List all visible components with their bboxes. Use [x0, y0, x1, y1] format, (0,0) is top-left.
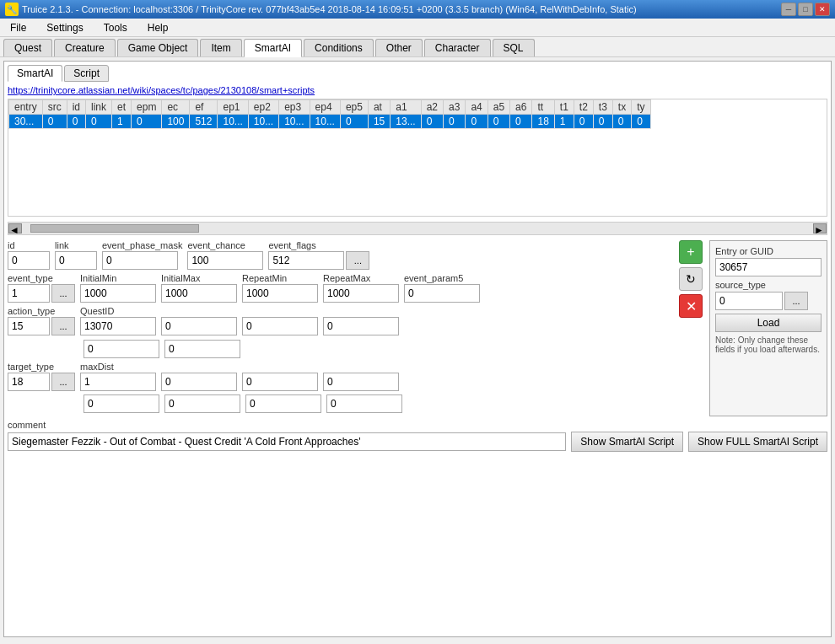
side-panel: Entry or GUID source_type ... Load Note:… — [709, 240, 827, 416]
title-bar-text: Truice 2.1.3. - Connection: localhost:33… — [22, 4, 637, 14]
scroll-right-btn[interactable]: ► — [813, 223, 827, 233]
input-ap2[interactable] — [161, 317, 237, 335]
horizontal-scrollbar[interactable]: ◄ ► — [8, 222, 827, 235]
add-button[interactable]: + — [679, 240, 703, 264]
tab-quest[interactable]: Quest — [3, 39, 52, 56]
title-bar: 🔧 Truice 2.1.3. - Connection: localhost:… — [0, 0, 835, 19]
input-repeat-max[interactable] — [323, 284, 399, 303]
source-type-btn[interactable]: ... — [784, 292, 808, 310]
tab-conditions[interactable]: Conditions — [304, 39, 374, 56]
cell-tx: 0 — [612, 115, 631, 129]
scroll-thumb[interactable] — [30, 224, 199, 233]
cell-ty: 0 — [632, 115, 650, 129]
cell-a2: 0 — [421, 115, 443, 129]
input-source-type[interactable] — [715, 292, 783, 310]
input-entry-or-guid[interactable] — [715, 258, 822, 276]
cell-a5: 0 — [488, 115, 509, 129]
table-row[interactable]: 30... 0 0 0 1 0 100 512 10... 10... 10..… — [9, 115, 651, 129]
menu-help[interactable]: Help — [141, 20, 175, 35]
input-ap5[interactable] — [84, 340, 159, 358]
cell-t2: 0 — [574, 115, 593, 129]
input-quest-id[interactable] — [80, 317, 156, 335]
data-table-container: entry src id link et epm ec ef ep1 ep2 e… — [8, 99, 827, 217]
input-max-dist[interactable] — [80, 373, 156, 391]
col-a1: a1 — [391, 100, 421, 115]
input-t5[interactable] — [84, 394, 159, 413]
cell-link: 0 — [86, 115, 112, 129]
show-full-smartai-button[interactable]: Show FULL SmartAI Script — [688, 432, 827, 452]
wiki-link[interactable]: https://trinitycore.atlassian.net/wiki/s… — [8, 85, 827, 95]
tab-character[interactable]: Character — [424, 39, 491, 56]
input-repeat-min[interactable] — [242, 284, 318, 303]
col-tt: tt — [532, 100, 554, 115]
cell-ep4: 10... — [310, 115, 340, 129]
menu-file[interactable]: File — [3, 20, 33, 35]
tab-other[interactable]: Other — [375, 39, 423, 56]
maximize-button[interactable]: □ — [798, 3, 813, 16]
input-event-chance[interactable] — [187, 251, 263, 270]
event-type-btn[interactable]: ... — [51, 284, 75, 303]
input-t7[interactable] — [245, 394, 321, 413]
cell-ep3: 10... — [279, 115, 310, 129]
input-t6[interactable] — [164, 394, 240, 413]
col-t2: t2 — [574, 100, 593, 115]
cell-t3: 0 — [593, 115, 612, 129]
menu-bar: File Settings Tools Help — [0, 19, 835, 37]
show-smartai-button[interactable]: Show SmartAI Script — [571, 432, 683, 452]
input-event-flags[interactable] — [268, 251, 344, 270]
delete-button[interactable]: ✕ — [679, 294, 703, 318]
form-row-2: event_type ... InitialMin InitialMax Rep… — [8, 273, 703, 303]
close-button[interactable]: ✕ — [815, 3, 830, 16]
col-tx: tx — [612, 100, 631, 115]
input-t8[interactable] — [326, 394, 402, 413]
form-row-3: action_type ... QuestID — [8, 306, 703, 335]
input-initial-max[interactable] — [161, 284, 237, 303]
form-row-4: target_type ... maxDist — [8, 362, 703, 391]
menu-settings[interactable]: Settings — [40, 20, 89, 35]
input-event-type[interactable] — [8, 284, 50, 303]
label-event-chance: event_chance — [187, 240, 263, 250]
col-ep1: ep1 — [218, 100, 248, 115]
scroll-left-btn[interactable]: ◄ — [8, 223, 22, 233]
input-t3[interactable] — [242, 373, 318, 391]
refresh-button[interactable]: ↻ — [679, 267, 703, 291]
tab-smartai[interactable]: SmartAI — [244, 39, 302, 57]
menu-tools[interactable]: Tools — [97, 20, 134, 35]
input-link[interactable] — [55, 251, 97, 270]
comment-input[interactable] — [8, 432, 566, 451]
minimize-button[interactable]: ─ — [781, 3, 796, 16]
form-row-5 — [84, 394, 703, 413]
label-event-type: event_type — [8, 273, 75, 283]
input-action-type[interactable] — [8, 317, 50, 335]
input-event-phase-mask[interactable] — [102, 251, 178, 270]
label-id: id — [8, 240, 50, 250]
input-ap3[interactable] — [242, 317, 318, 335]
action-type-btn[interactable]: ... — [51, 317, 75, 335]
tab-creature[interactable]: Creature — [54, 39, 116, 56]
main-tab-bar: Quest Creature Game Object Item SmartAI … — [0, 37, 835, 57]
cell-entry: 30... — [9, 115, 43, 129]
input-t4[interactable] — [323, 373, 399, 391]
load-button[interactable]: Load — [715, 314, 822, 332]
target-type-btn[interactable]: ... — [51, 373, 75, 391]
input-target-type[interactable] — [8, 373, 50, 391]
inner-tab-script[interactable]: Script — [64, 65, 109, 82]
side-panel-note: Note: Only change these fields if you lo… — [715, 335, 822, 354]
input-t2[interactable] — [161, 373, 237, 391]
tab-sql[interactable]: SQL — [493, 39, 535, 56]
input-ap6[interactable] — [164, 340, 240, 358]
col-a6: a6 — [510, 100, 532, 115]
col-t3: t3 — [593, 100, 612, 115]
col-et: et — [112, 100, 132, 115]
label-action-type: action_type — [8, 306, 75, 316]
input-event-param5[interactable] — [404, 284, 480, 303]
tab-game-object[interactable]: Game Object — [117, 39, 199, 56]
event-flags-btn[interactable]: ... — [346, 251, 369, 270]
tab-item[interactable]: Item — [200, 39, 241, 56]
form-area: id link event_phase_mask event_chance ev… — [8, 240, 827, 416]
label-event-flags: event_flags — [268, 240, 369, 250]
input-initial-min[interactable] — [80, 284, 156, 303]
input-id[interactable] — [8, 251, 50, 270]
input-ap4[interactable] — [323, 317, 399, 335]
inner-tab-smartai[interactable]: SmartAI — [8, 65, 62, 82]
